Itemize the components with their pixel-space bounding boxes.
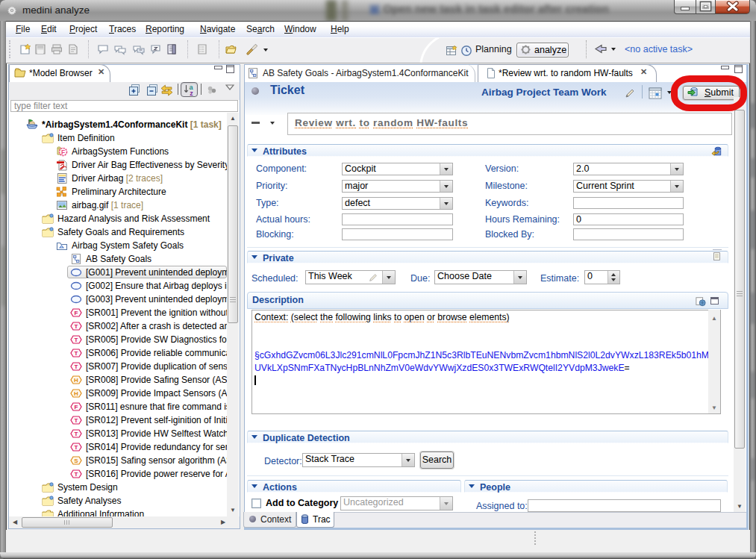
svg-text:z: z — [190, 90, 193, 96]
